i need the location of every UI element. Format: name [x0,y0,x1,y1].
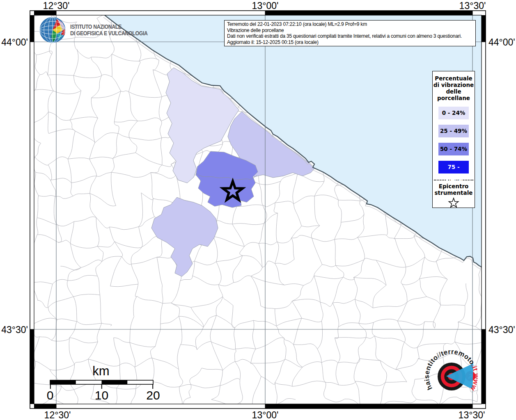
map-screenshot: km 0 10 20 ? haisentitoilterremoto.it ww… [0,0,516,420]
scale-tick-0: 0 [47,388,54,402]
legend-title-line2: di vibrazione [433,82,475,88]
earthquake-info-box: Terremoto del 22-01-2023 07:22:10 (ora l… [224,20,476,46]
lat-label-right-4330: 43°30' [488,324,515,336]
info-data-source-line: Dati non verificati estratti da 35 quest… [227,33,473,39]
map-graphic: km 0 10 20 ? haisentitoilterremoto.it ww… [0,0,516,420]
scale-tick-20: 20 [146,388,160,402]
legend-title-line3: delle [433,88,475,95]
legend-epicenter-label-line2: strumentale [433,189,475,196]
legend-title-line4: porcellane [433,95,475,101]
lat-label-left-4400: 44°00' [1,37,28,48]
lon-label-bottom-1230: 12°30' [44,410,71,420]
legend-class-75-100: 75 - 100% [438,161,469,173]
legend-title-line1: Percentuale [433,75,475,82]
legend-class-50-74: 50 - 74% [438,143,469,155]
legend-class-25-49: 25 - 49% [438,125,469,137]
scale-tick-10: 10 [95,388,108,402]
lat-label-right-4400: 44°00' [488,37,515,48]
ingv-logo [39,16,66,43]
scale-unit-label: km [92,364,109,378]
legend: Percentuale di vibrazione delle porcella… [432,71,475,208]
ingv-header: ISTITUTO NAZIONALE DI GEOFISICA E VULCAN… [39,16,158,43]
legend-epicenter-label-line1: Epicentro [433,183,475,189]
legend-epicenter-star [433,197,475,210]
legend-title: Percentuale di vibrazione delle porcella… [433,75,475,101]
lon-label-top-1230: 12°30' [43,0,70,11]
lon-label-bottom-1330: 13°30' [459,410,485,420]
info-event-line: Terremoto del 22-01-2023 07:22:10 (ora l… [227,21,473,27]
lon-label-bottom-1300: 13°00' [252,410,279,420]
info-effect-line: Vibrazione delle porcellane [227,27,473,34]
legend-class-0-24: 0 - 24% [438,107,469,119]
lat-label-left-4330: 43°30' [1,324,28,336]
info-updated-line: Aggiornato il: 15-12-2025 00:15 (ora loc… [227,39,473,46]
lon-label-top-1330: 13°30' [459,0,486,11]
institute-name-line2: DI GEOFISICA E VULCANOLOGIA [70,30,148,37]
lon-label-top-1300: 13°00' [252,0,279,11]
institute-name-line1: ISTITUTO NAZIONALE [70,23,148,30]
